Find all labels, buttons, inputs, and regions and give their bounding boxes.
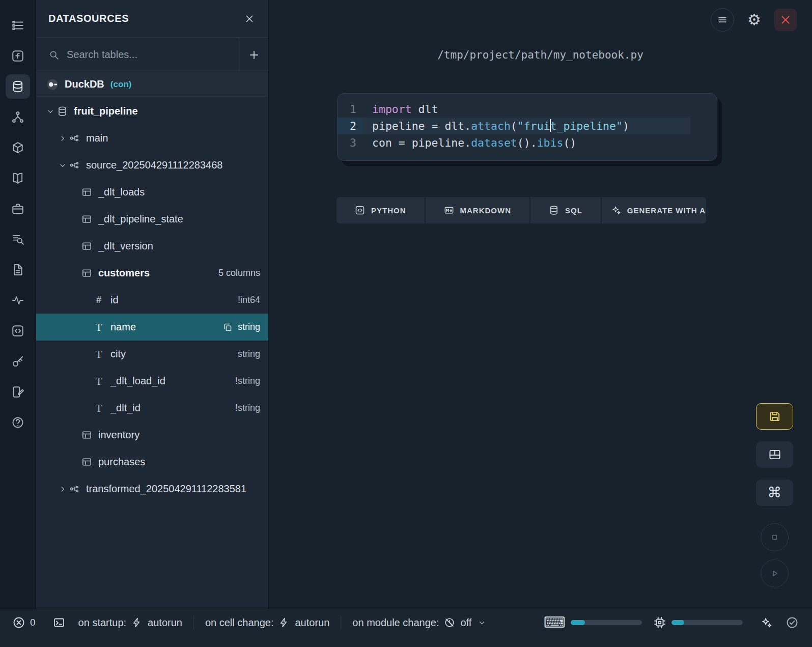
code-line-2[interactable]: 2pipeline = dlt.attach("fruit_pipeline") xyxy=(338,118,717,134)
keyboard-icon: ⌨ xyxy=(544,615,566,630)
rail-packages-button[interactable] xyxy=(6,135,30,160)
header-actions: ⚙ xyxy=(711,8,797,32)
add-python-cell-button[interactable]: PYTHON xyxy=(337,197,425,223)
tree-item-label: customers xyxy=(98,267,150,279)
code-line-3[interactable]: 3con = pipeline.dataset().ibis() xyxy=(338,134,717,151)
tree-item-source_202504291112283468[interactable]: source_202504291112283468 xyxy=(36,152,268,179)
tree-item-label: _dlt_version xyxy=(98,240,153,252)
code-token: dlt xyxy=(412,103,438,116)
line-number: 1 xyxy=(338,101,363,118)
stop-button[interactable] xyxy=(761,523,789,551)
search-tables-input[interactable] xyxy=(67,49,232,61)
code-cell[interactable]: 1import dlt2pipeline = dlt.attach("fruit… xyxy=(337,93,717,161)
rail-secrets-button[interactable] xyxy=(6,349,30,374)
app-window: DATASOURCES DuckDB (con) fruit_pipelinem… xyxy=(0,0,812,647)
tree-item-_dlt_id[interactable]: T_dlt_id!string xyxy=(36,395,268,421)
rail-file-button[interactable] xyxy=(6,258,30,282)
connection-row-duckdb[interactable]: DuckDB (con) xyxy=(36,72,268,97)
layout-button[interactable] xyxy=(756,441,793,468)
rail-tracebacks-button[interactable] xyxy=(6,288,30,313)
schema-tree: fruit_pipelinemainsource_202504291112283… xyxy=(36,97,268,609)
tree-item-main[interactable]: main xyxy=(36,125,268,152)
rail-dependencies-button[interactable] xyxy=(6,105,30,129)
tree-item-id[interactable]: #id!int64 xyxy=(36,287,268,314)
bolt-icon xyxy=(278,617,290,628)
chevron-right-icon[interactable] xyxy=(57,485,69,494)
command-palette-button[interactable]: ⌘ xyxy=(756,480,793,506)
shutdown-button[interactable] xyxy=(774,9,797,31)
command-icon: ⌘ xyxy=(768,486,782,500)
rail-documentation-button[interactable] xyxy=(6,166,30,190)
tree-item-purchases[interactable]: purchases xyxy=(36,448,268,475)
search-icon xyxy=(48,49,60,61)
add-table-button[interactable] xyxy=(239,38,268,72)
code-line-1[interactable]: 1import dlt xyxy=(338,101,717,118)
tree-item-transformed_202504291112283581[interactable]: transformed_202504291112283581 xyxy=(36,475,268,502)
rail-code-panel-button[interactable] xyxy=(6,319,30,343)
schema-icon xyxy=(69,484,80,494)
tree-item-label: main xyxy=(86,132,108,144)
add-sql-cell-button[interactable]: SQL xyxy=(530,197,601,223)
tree-item-city[interactable]: Tcitystring xyxy=(36,341,268,368)
setting-label: on startup: xyxy=(78,617,127,629)
tree-item-_dlt_version[interactable]: _dlt_version xyxy=(36,233,268,260)
setting-on-startup[interactable]: on startup:autorun xyxy=(78,617,182,629)
tree-item-label: _dlt_loads xyxy=(98,186,145,198)
setting-value: autorun xyxy=(295,617,329,629)
tree-item-label: purchases xyxy=(98,456,145,468)
chevron-down-icon[interactable] xyxy=(44,107,57,116)
rail-help-button[interactable] xyxy=(6,410,30,435)
save-button[interactable] xyxy=(756,403,793,430)
errors-indicator[interactable]: 0 xyxy=(12,616,36,629)
setting-on-cell-change[interactable]: on cell change:autorun xyxy=(205,617,329,629)
rail-variables-button[interactable] xyxy=(6,44,30,68)
code-token: () xyxy=(563,136,576,149)
tree-item-inventory[interactable]: inventory xyxy=(36,421,268,448)
rail-datasources-button[interactable] xyxy=(6,74,30,99)
memory-usage-meter[interactable] xyxy=(571,620,642,625)
code-token: ibis xyxy=(537,136,564,149)
menu-button[interactable] xyxy=(711,8,734,32)
connection-alias: (con) xyxy=(110,79,132,90)
add-cell-row: PYTHONMARKDOWNSQLGENERATE WITH AI xyxy=(337,197,706,223)
notebook-area: ⚙ /tmp/project/path/my_notebook.py 1impo… xyxy=(269,0,812,609)
run-button[interactable] xyxy=(761,559,789,587)
settings-button[interactable]: ⚙ xyxy=(747,12,761,27)
tree-item-customers[interactable]: customers5 columns xyxy=(36,260,268,287)
table-icon xyxy=(81,457,92,467)
tree-item-meta: !int64 xyxy=(238,295,260,305)
code-token: pipeline. xyxy=(412,136,471,149)
tree-item-name[interactable]: Tnamestring xyxy=(36,314,268,341)
chevron-down-icon[interactable] xyxy=(57,161,69,170)
setting-on-module-change[interactable]: on module change:off xyxy=(352,617,486,629)
copy-icon[interactable] xyxy=(222,322,233,332)
cpu-usage-meter[interactable] xyxy=(671,620,743,625)
save-icon xyxy=(768,410,781,423)
add-button-label: PYTHON xyxy=(371,206,406,215)
close-panel-button[interactable] xyxy=(244,13,255,24)
terminal-button[interactable] xyxy=(53,616,65,629)
add-button-label: GENERATE WITH AI xyxy=(627,206,706,215)
tree-item-fruit_pipeline[interactable]: fruit_pipeline xyxy=(36,98,268,125)
tracebacks-icon xyxy=(11,294,24,307)
ai-sparkles-icon[interactable] xyxy=(760,616,772,629)
tree-item-_dlt_load_id[interactable]: T_dlt_load_id!string xyxy=(36,368,268,395)
markdown-icon xyxy=(444,205,454,215)
text-column-icon: T xyxy=(93,376,104,387)
tree-item-_dlt_loads[interactable]: _dlt_loads xyxy=(36,179,268,206)
divider xyxy=(193,615,194,630)
bolt-icon xyxy=(131,617,143,628)
add-button-label: SQL xyxy=(565,206,582,215)
code-icon xyxy=(355,205,365,215)
rail-file-tree-button[interactable] xyxy=(6,13,30,38)
tree-item-label: city xyxy=(110,348,126,360)
rail-scratchpad-button[interactable] xyxy=(6,380,30,404)
tree-item-label: _dlt_load_id xyxy=(110,375,165,387)
rail-snippets-button[interactable] xyxy=(6,196,30,221)
dependencies-icon xyxy=(11,110,24,124)
add-markdown-cell-button[interactable]: MARKDOWN xyxy=(426,197,529,223)
chevron-right-icon[interactable] xyxy=(57,134,69,143)
rail-logs-button[interactable] xyxy=(6,227,30,251)
tree-item-_dlt_pipeline_state[interactable]: _dlt_pipeline_state xyxy=(36,206,268,233)
generate-with-ai-button[interactable]: GENERATE WITH AI xyxy=(602,197,706,223)
